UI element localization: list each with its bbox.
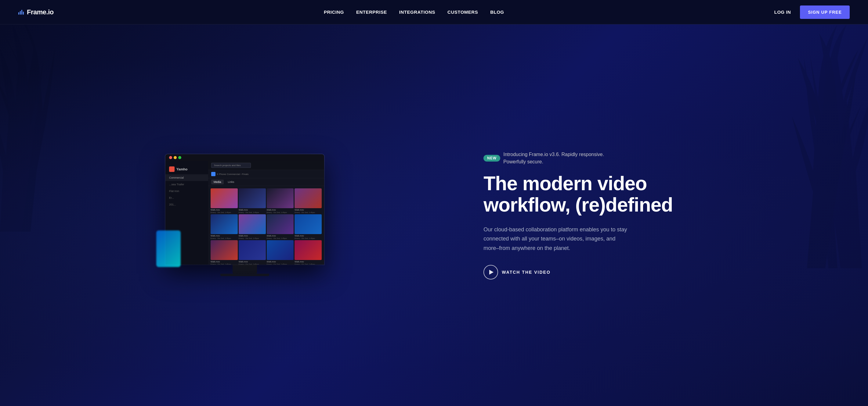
signup-button[interactable]: SIGN UP FREE: [800, 5, 850, 19]
window-controls: [169, 156, 181, 159]
media-grid: Walk.mov Emery · Oct 2nd, 1:45pm Walk.mo…: [208, 186, 324, 265]
nav-blog[interactable]: BLOG: [490, 9, 504, 14]
play-icon: [484, 265, 498, 279]
watch-video-button[interactable]: WATCH THE VIDEO: [484, 265, 551, 279]
monitor-base: [220, 274, 269, 276]
grid-item-6[interactable]: Walk.mov Emery · Oct 2nd, 1:45pm: [239, 214, 266, 239]
wave-4: [23, 11, 24, 14]
logo-link[interactable]: Frame.io: [18, 8, 54, 16]
wave-1: [18, 12, 19, 14]
sidebar-item-er[interactable]: Er...: [165, 195, 208, 201]
login-link[interactable]: LOG IN: [774, 9, 791, 14]
play-triangle: [489, 270, 494, 275]
grid-item-1[interactable]: Walk.mov Emery · Oct 2nd, 1:45pm: [211, 189, 238, 213]
app-logo-sq: [169, 166, 175, 172]
breadcrumb-icon: [211, 172, 215, 176]
badge-new-label: NEW: [484, 155, 500, 162]
glow-accent: [156, 230, 181, 267]
hero-subtitle: Our cloud-based collaboration platform e…: [484, 225, 630, 253]
logo-text: Frame.io: [27, 8, 54, 16]
nav-pricing[interactable]: PRICING: [324, 9, 344, 14]
grid-item-10[interactable]: Walk.mov Emery · Oct 2nd, 1:45pm: [239, 240, 266, 265]
nav-actions: LOG IN SIGN UP FREE: [774, 5, 850, 19]
hero-badge: NEW Introducing Frame.io v3.6. Rapidly r…: [484, 151, 604, 166]
navbar: Frame.io PRICING ENTERPRISE INTEGRATIONS…: [0, 0, 868, 24]
grid-item-5[interactable]: Walk.mov Emery · Oct 2nd, 1:45pm: [211, 214, 238, 239]
grid-item-12[interactable]: Walk.mov Emery · Oct 2nd, 1:45pm: [294, 240, 322, 265]
grid-item-9[interactable]: Walk.mov Emery · Oct 2nd, 1:45pm: [211, 240, 238, 265]
logo-waves-icon: [18, 10, 24, 14]
monitor-mockup: Yamho Commercial ...sea Trailer Flat Iro…: [165, 154, 324, 276]
grid-item-7[interactable]: Walk.mov Emery · Oct 2nd, 1:45pm: [267, 214, 294, 239]
hero-title-line2: workflow, (re)defined: [484, 194, 673, 216]
badge-description: Introducing Frame.io v3.6. Rapidly respo…: [503, 151, 604, 166]
grid-item-8[interactable]: Walk.mov Emery · Oct 2nd, 1:45pm: [294, 214, 322, 239]
nav-integrations[interactable]: INTEGRATIONS: [399, 9, 435, 14]
tab-media[interactable]: Media: [211, 179, 224, 184]
nav-links: PRICING ENTERPRISE INTEGRATIONS CUSTOMER…: [324, 9, 504, 15]
grid-item-2[interactable]: Walk.mov Emery · Oct 2nd, 1:45pm: [239, 189, 266, 213]
app-tabs: Media Links: [208, 178, 324, 186]
app-logo: Yamho: [165, 164, 208, 174]
minimize-dot: [174, 156, 177, 159]
wave-2: [20, 11, 21, 14]
hero-title-line1: The modern video: [484, 172, 647, 195]
app-window: Yamho Commercial ...sea Trailer Flat Iro…: [165, 161, 324, 265]
monitor-screen: Yamho Commercial ...sea Trailer Flat Iro…: [165, 154, 324, 265]
monitor-stand: [232, 265, 257, 274]
app-search[interactable]: Search projects and files: [211, 163, 251, 168]
nav-enterprise[interactable]: ENTERPRISE: [356, 9, 387, 14]
tab-links[interactable]: Links: [225, 179, 237, 184]
app-logo-text: Yamho: [177, 167, 187, 171]
sidebar-item-commercial[interactable]: Commercial: [165, 174, 208, 181]
maximize-dot: [178, 156, 181, 159]
nav-customers[interactable]: CUSTOMERS: [447, 9, 478, 14]
grid-item-4[interactable]: Walk.mov Emery · Oct 2nd, 1:45pm: [294, 189, 322, 213]
wave-3: [21, 10, 22, 14]
app-breadcrumb: X Phone Commercial › Finals: [208, 170, 324, 178]
close-dot: [169, 156, 172, 159]
hero-content: NEW Introducing Frame.io v3.6. Rapidly r…: [477, 133, 868, 298]
badge-text-line1: Introducing Frame.io v3.6. Rapidly respo…: [503, 151, 604, 158]
hero-monitor-area: Yamho Commercial ...sea Trailer Flat Iro…: [0, 136, 477, 295]
hero-section: Yamho Commercial ...sea Trailer Flat Iro…: [0, 24, 868, 406]
hero-title: The modern video workflow, (re)defined: [484, 173, 844, 216]
app-main: Search projects and files X Phone Commer…: [208, 161, 324, 265]
titlebar: [165, 154, 324, 161]
badge-text-line2: Powerfully secure.: [503, 158, 604, 166]
sidebar-item-iron[interactable]: Flat Iron: [165, 188, 208, 195]
grid-item-3[interactable]: Walk.mov Emery · Oct 2nd, 1:45pm: [267, 189, 294, 213]
sidebar-item-trailer[interactable]: ...sea Trailer: [165, 181, 208, 188]
grid-item-11[interactable]: Walk.mov Emery · Oct 2nd, 1:45pm: [267, 240, 294, 265]
sidebar-item-201[interactable]: 201...: [165, 201, 208, 208]
watch-label: WATCH THE VIDEO: [502, 270, 551, 275]
app-topbar: Search projects and files: [208, 161, 324, 170]
